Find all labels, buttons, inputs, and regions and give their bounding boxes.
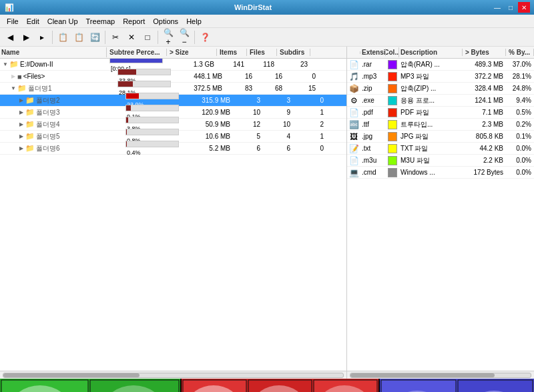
ext-col-icon-header[interactable] (347, 51, 360, 54)
toolbar-sep1 (52, 31, 53, 44)
pct-text: 0.4% (127, 149, 141, 156)
maximize-button[interactable]: □ (505, 2, 517, 13)
col-percent-header[interactable]: Subtree Perce... (107, 49, 167, 56)
ext-pct: 9.4% (506, 97, 534, 104)
toolbar-sep4 (194, 31, 195, 44)
scrollbar-track[interactable] (3, 373, 344, 378)
close-button[interactable]: ✕ (518, 2, 530, 13)
tree-name: ▶ 📁 폴더명3 (16, 108, 123, 117)
col-files-header[interactable]: Files (247, 49, 277, 56)
ext-pct: 0.1% (506, 133, 534, 140)
ext-col-bytes-header[interactable]: > Bytes (463, 49, 506, 56)
ext-scrollbar-thumb[interactable] (350, 373, 495, 377)
expand-icon[interactable]: ▼ (9, 85, 17, 93)
ext-name: .rar (360, 61, 386, 68)
toolbar-refresh[interactable]: 🔄 (87, 30, 102, 45)
window-controls: — □ ✕ (491, 2, 530, 13)
progress-bar (125, 117, 179, 123)
ext-pct: 0.0% (506, 157, 534, 164)
tree-name: ▼ 📁 폴더명1 (8, 84, 115, 93)
ext-row[interactable]: 📄 .m3u M3U 파일 2.2 KB 0.0% (347, 155, 534, 167)
ext-icon: 📄 (347, 156, 360, 165)
toolbar-delete[interactable]: ✕ (124, 30, 139, 45)
ext-col-name-header[interactable]: Extension (360, 49, 386, 56)
menu-edit[interactable]: Edit (23, 16, 43, 27)
menu-help[interactable]: Help (182, 16, 206, 27)
expand-icon[interactable]: ▶ (17, 133, 25, 141)
tree-name: ▶ 📁 폴더명2 (16, 96, 123, 105)
tree-subdirs: 2 (293, 121, 326, 128)
ext-icon: 📝 (347, 144, 360, 153)
toolbar-copy1[interactable]: 📋 (55, 30, 70, 45)
expand-icon[interactable]: ▶ (17, 121, 25, 129)
col-name-header[interactable]: Name (0, 47, 107, 57)
expand-icon[interactable]: ▶ (17, 109, 25, 117)
minimize-button[interactable]: — (491, 2, 503, 13)
ext-desc: M3U 파일 (399, 156, 463, 165)
toolbar-play[interactable]: ▸ (35, 30, 49, 45)
scrollbar-thumb[interactable] (3, 373, 140, 377)
ext-row[interactable]: 📄 .pdf PDF 파일 7.1 MB 0.5% (347, 107, 534, 119)
toolbar-copy2[interactable]: 📋 (71, 30, 86, 45)
ext-icon: 🖼 (347, 132, 360, 141)
ext-row[interactable]: 💻 .cmd Windows ... 172 Bytes 0.0% (347, 167, 534, 179)
ext-row[interactable]: 🖼 .jpg JPG 파일 805.8 KB 0.1% (347, 131, 534, 143)
bar-fill (118, 81, 133, 87)
ext-icon: ⚙ (347, 96, 360, 105)
ext-scrollbar-track[interactable] (350, 373, 531, 378)
ext-row[interactable]: 🔤 .ttf 트루타입... 2.3 MB 0.2% (347, 119, 534, 131)
expand-icon[interactable]: ▶ (9, 73, 17, 81)
folder-icon: 📁 (25, 96, 35, 105)
toolbar-zoom-in[interactable]: 🔍+ (161, 30, 176, 45)
tree-size: 372.5 MB (175, 85, 225, 92)
ext-desc: PDF 파일 (399, 108, 463, 117)
expand-icon[interactable]: ▶ (17, 145, 25, 153)
ext-name: .pdf (360, 109, 386, 116)
tree-row[interactable]: ▶ 📁 폴더명6 0.4% 5.2 MB 6 6 0 (0, 143, 346, 155)
progress-bar (125, 93, 179, 99)
ext-row[interactable]: ⚙ .exe 응용 프로... 124.1 MB 9.4% (347, 95, 534, 107)
tree-items: 16 (225, 73, 255, 80)
col-items-header[interactable]: Items (217, 49, 247, 56)
ext-row[interactable]: 📦 .zip 압축(ZIP) ... 328.4 MB 24.8% (347, 83, 534, 95)
treemap-area[interactable] (0, 379, 534, 392)
toolbar-forward[interactable]: ▶ (19, 30, 33, 45)
menu-report[interactable]: Report (119, 16, 149, 27)
bar-fill (126, 117, 128, 123)
svg-rect-31[interactable] (381, 380, 456, 392)
menu-cleanup[interactable]: Clean Up (43, 16, 82, 27)
ext-pct: 0.0% (506, 145, 534, 152)
ext-row[interactable]: 📄 .rar 압축(RAR) ... 489.3 MB 37.0% (347, 59, 534, 71)
toolbar-help[interactable]: ❓ (198, 30, 212, 45)
toolbar-cut[interactable]: ✂ (108, 30, 123, 45)
ext-color (386, 156, 399, 165)
tree-size: 120.9 MB (183, 109, 233, 116)
expand-icon[interactable]: ▶ (17, 97, 25, 105)
tree-items: 10 (233, 109, 263, 116)
tree-subdirs: 23 (277, 61, 310, 68)
ext-col-color-header[interactable]: Col... (386, 47, 399, 57)
toolbar-back[interactable]: ◀ (3, 30, 17, 45)
tree-subdirs: 0 (293, 145, 326, 152)
ext-desc: MP3 파일 (399, 72, 463, 81)
tree-name-text: 폴더명1 (28, 84, 52, 93)
ext-color (386, 108, 399, 117)
ext-row[interactable]: 📝 .txt TXT 파일 44.2 KB 0.0% (347, 143, 534, 155)
ext-horizontal-scrollbar[interactable] (347, 371, 534, 379)
svg-rect-33[interactable] (458, 380, 533, 392)
ext-col-desc-header[interactable]: Description (399, 49, 463, 56)
toolbar-zoom-out[interactable]: 🔍− (177, 30, 192, 45)
menu-options[interactable]: Options (149, 16, 182, 27)
ext-name: .zip (360, 85, 386, 92)
ext-row[interactable]: 🎵 .mp3 MP3 파일 372.2 MB 28.1% (347, 71, 534, 83)
menu-file[interactable]: File (3, 16, 23, 27)
file-tree[interactable]: ▼ 📁 E:#Down-II [0:00 s] 1.3 GB 141 118 2… (0, 59, 346, 371)
ext-col-pct-header[interactable]: % By... (506, 49, 534, 56)
toolbar-maximize[interactable]: □ (140, 30, 155, 45)
col-size-header[interactable]: > Size (167, 49, 217, 56)
col-subdirs-header[interactable]: Subdirs (277, 49, 310, 56)
tree-name: ▶ 📁 폴더명5 (16, 132, 123, 141)
horizontal-scrollbar[interactable] (0, 371, 346, 379)
expand-icon[interactable]: ▼ (1, 61, 9, 69)
menu-treemap[interactable]: Treemap (82, 16, 119, 27)
